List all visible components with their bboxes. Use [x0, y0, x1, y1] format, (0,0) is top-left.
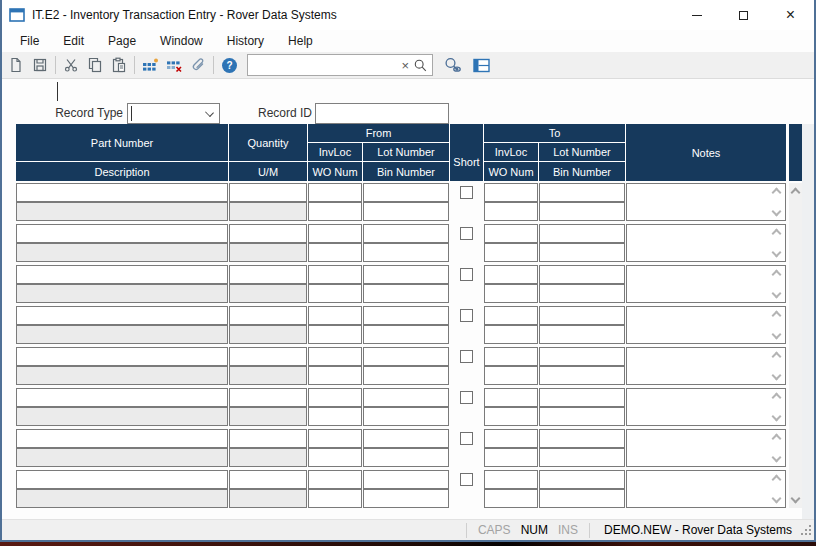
- save-button[interactable]: [28, 53, 52, 77]
- search-input[interactable]: [248, 58, 397, 72]
- part-number-input[interactable]: [16, 429, 228, 448]
- from-lot-number-input[interactable]: [363, 224, 449, 243]
- part-number-input[interactable]: [16, 224, 228, 243]
- menu-history[interactable]: History: [215, 32, 276, 50]
- short-checkbox[interactable]: [460, 268, 473, 281]
- to-wo-num-input[interactable]: [484, 366, 538, 385]
- from-wo-num-input[interactable]: [308, 243, 362, 262]
- from-lot-number-input[interactable]: [363, 347, 449, 366]
- to-invloc-input[interactable]: [484, 265, 538, 284]
- to-wo-num-input[interactable]: [484, 489, 538, 508]
- cut-button[interactable]: [59, 53, 83, 77]
- from-invloc-input[interactable]: [308, 470, 362, 489]
- quantity-input[interactable]: [229, 183, 307, 202]
- to-bin-number-input[interactable]: [539, 243, 625, 262]
- to-wo-num-input[interactable]: [484, 325, 538, 344]
- menu-edit[interactable]: Edit: [51, 32, 96, 50]
- short-checkbox[interactable]: [460, 186, 473, 199]
- to-invloc-input[interactable]: [484, 224, 538, 243]
- from-bin-number-input[interactable]: [363, 366, 449, 385]
- to-invloc-input[interactable]: [484, 306, 538, 325]
- notes-scroll-up-icon[interactable]: [772, 188, 782, 198]
- from-invloc-input[interactable]: [308, 306, 362, 325]
- to-invloc-input[interactable]: [484, 183, 538, 202]
- layout-button[interactable]: [469, 53, 493, 77]
- notes-scroll-down-icon[interactable]: [772, 289, 782, 299]
- part-number-input[interactable]: [16, 347, 228, 366]
- from-bin-number-input[interactable]: [363, 284, 449, 303]
- resize-grip[interactable]: [800, 524, 812, 536]
- insert-line-button[interactable]: [138, 53, 162, 77]
- maximize-button[interactable]: [720, 0, 767, 30]
- part-number-input[interactable]: [16, 388, 228, 407]
- notes-input[interactable]: [627, 307, 771, 343]
- menu-window[interactable]: Window: [148, 32, 215, 50]
- help-button[interactable]: ?: [217, 53, 241, 77]
- to-lot-number-input[interactable]: [539, 470, 625, 489]
- notes-scroll-down-icon[interactable]: [772, 494, 782, 504]
- notes-scroll-up-icon[interactable]: [772, 311, 782, 321]
- notes-scroll-down-icon[interactable]: [772, 248, 782, 258]
- quantity-input[interactable]: [229, 306, 307, 325]
- notes-scroll-up-icon[interactable]: [772, 352, 782, 362]
- from-invloc-input[interactable]: [308, 224, 362, 243]
- to-lot-number-input[interactable]: [539, 265, 625, 284]
- scroll-down-icon[interactable]: [791, 494, 801, 504]
- to-wo-num-input[interactable]: [484, 284, 538, 303]
- notes-scroll-up-icon[interactable]: [772, 475, 782, 485]
- to-lot-number-input[interactable]: [539, 347, 625, 366]
- clear-icon[interactable]: ×: [397, 58, 413, 73]
- to-lot-number-input[interactable]: [539, 183, 625, 202]
- from-bin-number-input[interactable]: [363, 325, 449, 344]
- notes-scroll-up-icon[interactable]: [772, 434, 782, 444]
- from-bin-number-input[interactable]: [363, 202, 449, 221]
- from-invloc-input[interactable]: [308, 429, 362, 448]
- from-wo-num-input[interactable]: [308, 325, 362, 344]
- notes-scroll-up-icon[interactable]: [772, 229, 782, 239]
- to-bin-number-input[interactable]: [539, 325, 625, 344]
- part-number-input[interactable]: [16, 470, 228, 489]
- from-bin-number-input[interactable]: [363, 489, 449, 508]
- notes-input[interactable]: [627, 348, 771, 384]
- menu-help[interactable]: Help: [276, 32, 325, 50]
- to-wo-num-input[interactable]: [484, 243, 538, 262]
- grid-vertical-scrollbar[interactable]: [789, 183, 802, 508]
- quantity-input[interactable]: [229, 388, 307, 407]
- part-number-input[interactable]: [16, 306, 228, 325]
- from-lot-number-input[interactable]: [363, 265, 449, 284]
- notes-scroll-down-icon[interactable]: [772, 412, 782, 422]
- notes-input[interactable]: [627, 471, 771, 507]
- record-id-input[interactable]: [315, 103, 449, 124]
- from-bin-number-input[interactable]: [363, 243, 449, 262]
- to-bin-number-input[interactable]: [539, 448, 625, 467]
- notes-scroll-down-icon[interactable]: [772, 207, 782, 217]
- from-wo-num-input[interactable]: [308, 202, 362, 221]
- from-bin-number-input[interactable]: [363, 448, 449, 467]
- from-wo-num-input[interactable]: [308, 366, 362, 385]
- from-invloc-input[interactable]: [308, 388, 362, 407]
- notes-input[interactable]: [627, 184, 771, 220]
- from-wo-num-input[interactable]: [308, 284, 362, 303]
- notes-input[interactable]: [627, 225, 771, 261]
- short-checkbox[interactable]: [460, 309, 473, 322]
- short-checkbox[interactable]: [460, 473, 473, 486]
- search-icon[interactable]: [413, 58, 428, 73]
- notes-scroll-up-icon[interactable]: [772, 393, 782, 403]
- notes-scroll-down-icon[interactable]: [772, 371, 782, 381]
- new-document-button[interactable]: [4, 53, 28, 77]
- from-lot-number-input[interactable]: [363, 183, 449, 202]
- attachment-button[interactable]: [186, 53, 210, 77]
- short-checkbox[interactable]: [460, 391, 473, 404]
- to-invloc-input[interactable]: [484, 388, 538, 407]
- notes-input[interactable]: [627, 266, 771, 302]
- notes-scroll-down-icon[interactable]: [772, 330, 782, 340]
- quantity-input[interactable]: [229, 429, 307, 448]
- to-wo-num-input[interactable]: [484, 407, 538, 426]
- from-wo-num-input[interactable]: [308, 489, 362, 508]
- to-wo-num-input[interactable]: [484, 448, 538, 467]
- to-lot-number-input[interactable]: [539, 224, 625, 243]
- lookup-button[interactable]: [441, 53, 465, 77]
- quantity-input[interactable]: [229, 470, 307, 489]
- short-checkbox[interactable]: [460, 350, 473, 363]
- from-invloc-input[interactable]: [308, 265, 362, 284]
